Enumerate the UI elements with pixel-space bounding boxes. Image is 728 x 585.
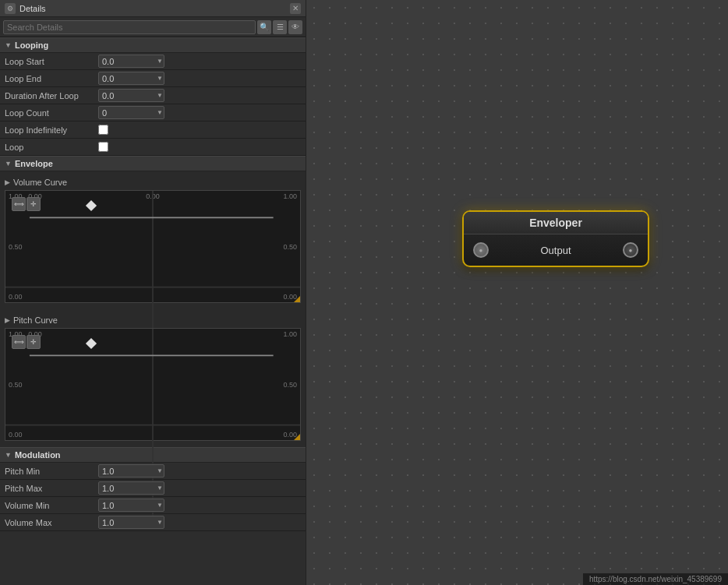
pitch-curve-scale-tool[interactable]: ⟺ [12, 335, 26, 349]
volume-max-field[interactable]: ▼ [98, 516, 164, 529]
window-icon: ⚙ [5, 3, 16, 14]
view-options-button[interactable]: 👁 [288, 20, 302, 34]
looping-arrow-icon: ▼ [5, 41, 12, 49]
node-graph[interactable]: Enveloper ● Output ● https://blog.csdn.n… [306, 0, 728, 585]
pitch-max-row: Pitch Max ▼ [0, 480, 306, 497]
envelope-arrow-icon: ▼ [5, 160, 12, 167]
right-panel: Enveloper ● Output ● https://blog.csdn.n… [306, 0, 728, 585]
pitch-axis-tr-far: 1.00 [283, 330, 297, 338]
envelope-section-header[interactable]: ▼ Envelope [0, 156, 306, 171]
node-output-port[interactable]: ● [623, 242, 638, 258]
vol-axis-tr-far: 1.00 [283, 192, 297, 200]
pitch-curve-section: ▶ Pitch Curve 1.00 0.00 1.00 0.50 0.50 0… [0, 309, 306, 447]
node-title: Enveloper [473, 217, 638, 229]
volume-curve-move-tool[interactable]: ✛ [27, 197, 41, 211]
volume-max-label: Volume Max [5, 518, 98, 527]
duration-after-loop-row: Duration After Loop ▼ [0, 87, 306, 104]
pitch-curve-move-tool[interactable]: ✛ [27, 335, 41, 349]
loop-end-input[interactable] [98, 72, 164, 85]
volume-max-row: Volume Max ▼ [0, 514, 306, 531]
loop-row: Loop [0, 139, 306, 156]
pitch-curve-handle[interactable] [86, 338, 97, 349]
loop-count-label: Loop Count [5, 108, 98, 118]
volume-curve-tools: ⟺ ✛ [12, 197, 41, 211]
volume-curve-corner-indicator [294, 296, 300, 302]
loop-end-row: Loop End ▼ [0, 70, 306, 87]
volume-min-row: Volume Min ▼ [0, 497, 306, 514]
loop-end-label: Loop End [5, 74, 98, 83]
vol-axis-mr: 0.50 [283, 243, 297, 251]
volume-max-value: ▼ [98, 516, 301, 529]
looping-section-title: Looping [15, 41, 48, 50]
duration-after-loop-input[interactable] [98, 89, 164, 102]
loop-count-value: ▼ [98, 106, 301, 119]
pitch-curve-label-row[interactable]: ▶ Pitch Curve [0, 312, 306, 328]
url-text: https://blog.csdn.net/weixin_45389699 [589, 575, 722, 583]
left-panel: ⚙ Details ✕ 🔍 ☰ 👁 ▼ Looping Loop Start ▼… [0, 0, 306, 585]
pitch-min-value: ▼ [98, 464, 301, 478]
loop-indefinitely-value [98, 125, 301, 135]
loop-indefinitely-checkbox[interactable] [98, 125, 108, 135]
looping-section-header[interactable]: ▼ Looping [0, 37, 306, 53]
loop-checkbox[interactable] [98, 142, 108, 152]
volume-min-input[interactable] [98, 499, 164, 512]
volume-min-value: ▼ [98, 499, 301, 512]
envelope-section-title: Envelope [15, 159, 53, 168]
pitch-min-row: Pitch Min ▼ [0, 463, 306, 480]
volume-curve-label: Volume Curve [13, 178, 67, 187]
pitch-curve-tools: ⟺ ✛ [12, 335, 41, 349]
loop-count-field[interactable]: ▼ [98, 106, 164, 119]
pitch-min-label: Pitch Min [5, 467, 98, 476]
node-output-label: Output [540, 245, 571, 256]
loop-start-label: Loop Start [5, 57, 98, 66]
pitch-curve-arrow-icon: ▶ [5, 316, 10, 324]
pitch-max-input[interactable] [98, 481, 164, 495]
loop-indefinitely-label: Loop Indefinitely [5, 125, 98, 135]
node-input-port[interactable]: ● [473, 242, 489, 258]
pitch-min-field[interactable]: ▼ [98, 464, 164, 478]
modulation-arrow-icon: ▼ [5, 451, 12, 459]
pitch-min-input[interactable] [98, 464, 164, 478]
volume-min-field[interactable]: ▼ [98, 499, 164, 512]
volume-curve-scale-tool[interactable]: ⟺ [12, 197, 26, 211]
search-bar: 🔍 ☰ 👁 [0, 17, 306, 37]
pitch-curve-container[interactable]: 1.00 0.00 1.00 0.50 0.50 0.00 0.00 ⟺ [5, 328, 301, 441]
title-bar: ⚙ Details ✕ [0, 0, 306, 17]
loop-label: Loop [5, 143, 98, 152]
duration-after-loop-value: ▼ [98, 89, 301, 102]
volume-min-label: Volume Min [5, 501, 98, 510]
pitch-max-label: Pitch Max [5, 484, 98, 493]
output-port-indicator: ● [629, 247, 633, 254]
search-button[interactable]: 🔍 [257, 20, 271, 34]
loop-start-row: Loop Start ▼ [0, 53, 306, 70]
loop-start-field[interactable]: ▼ [98, 55, 164, 68]
duration-after-loop-label: Duration After Loop [5, 91, 98, 100]
volume-curve-arrow-icon: ▶ [5, 178, 10, 186]
loop-count-input[interactable] [98, 106, 164, 119]
search-input[interactable] [3, 20, 256, 34]
enveloper-node[interactable]: Enveloper ● Output ● [462, 210, 649, 267]
volume-curve-container[interactable]: 1.00 0.00 0.00 1.00 0.50 0.50 0.00 0.00 [5, 190, 301, 303]
loop-indefinitely-row: Loop Indefinitely [0, 122, 306, 139]
modulation-fields: Pitch Min ▼ Pitch Max ▼ [0, 463, 306, 531]
close-button[interactable]: ✕ [290, 3, 301, 14]
pitch-axis-mr: 0.50 [283, 381, 297, 389]
content-area: ▼ Looping Loop Start ▼ Loop End ▼ Dur [0, 37, 306, 585]
volume-curve-label-row[interactable]: ▶ Volume Curve [0, 174, 306, 190]
volume-curve-handle[interactable] [86, 200, 97, 211]
pitch-max-value: ▼ [98, 481, 301, 495]
input-port-indicator: ● [479, 247, 483, 254]
vol-axis-ml: 0.50 [9, 243, 23, 251]
duration-after-loop-field[interactable]: ▼ [98, 89, 164, 102]
pitch-curve-label: Pitch Curve [13, 315, 58, 325]
volume-max-input[interactable] [98, 516, 164, 529]
vol-axis-bl: 0.00 [9, 293, 23, 301]
modulation-section-header[interactable]: ▼ Modulation [0, 447, 306, 463]
list-view-button[interactable]: ☰ [273, 20, 287, 34]
pitch-curve-corner-indicator [294, 434, 300, 440]
url-bar: https://blog.csdn.net/weixin_45389699 [583, 573, 728, 585]
loop-start-input[interactable] [98, 55, 164, 68]
pitch-max-field[interactable]: ▼ [98, 481, 164, 495]
loop-end-field[interactable]: ▼ [98, 72, 164, 85]
modulation-section-title: Modulation [15, 450, 61, 460]
